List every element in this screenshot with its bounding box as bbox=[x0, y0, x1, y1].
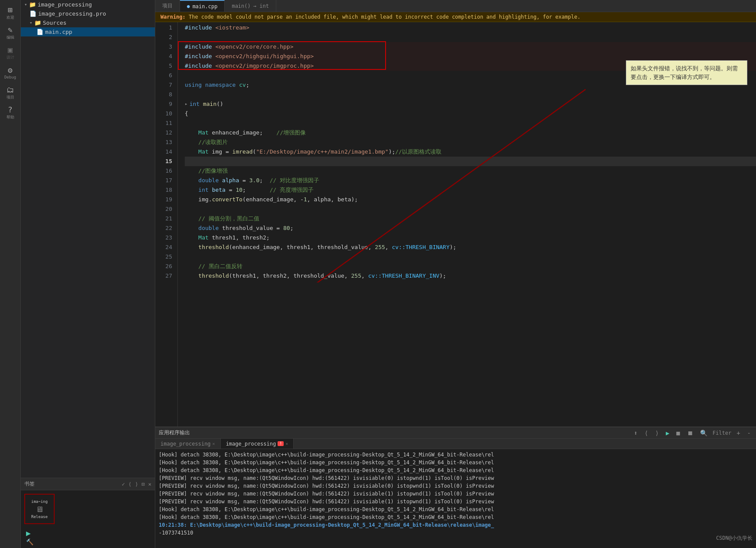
code-line-25 bbox=[185, 252, 756, 262]
sidebar-item-debug[interactable]: ⚙ Debug bbox=[1, 63, 20, 82]
tab-main-fn-suffix: → int bbox=[253, 3, 269, 9]
bookmarks-panel: 书签 ✓ ⟨ ⟩ ⊡ ✕ bbox=[21, 478, 155, 490]
build-panel[interactable]: ima~ing 🖥 Release bbox=[24, 494, 55, 524]
tree-item-sources[interactable]: ▾ 📁 Sources bbox=[21, 18, 155, 27]
output-next-icon[interactable]: ⟩ bbox=[653, 430, 660, 436]
code-line-4: #include <opencv2/highgui/highgui.hpp> bbox=[185, 52, 756, 61]
code-line-27: threshold(thresh1, thresh2, threshold_va… bbox=[185, 271, 756, 281]
code-line-15 bbox=[185, 157, 756, 166]
sidebar-icons: ⊞ 欢迎 ✎ 编辑 ▣ 设计 ⚙ Debug 🗂 项目 ? 帮助 bbox=[0, 0, 21, 548]
code-line-17: double alpha = 3.0; // 对比度增强因子 bbox=[185, 176, 756, 185]
run-play-button[interactable]: ▶ bbox=[26, 528, 150, 538]
main-file-name: main.cpp bbox=[45, 29, 72, 35]
sidebar-item-design[interactable]: ▣ 设计 bbox=[1, 43, 20, 62]
sidebar-item-edit[interactable]: ✎ 编辑 bbox=[1, 23, 20, 43]
edit-icon: ✎ bbox=[8, 26, 13, 34]
sidebar-label-project: 项目 bbox=[7, 95, 14, 100]
code-line-20 bbox=[185, 204, 756, 214]
tree-item-pro[interactable]: 📄 image_processing.pro bbox=[21, 9, 155, 18]
annotation-text: 如果头文件报错，说找不到，等问题。则需要点击，更换一下编译方式即可。 bbox=[631, 65, 738, 80]
chevron-down-icon: ▾ bbox=[24, 2, 27, 7]
build-panel-line2: Release bbox=[31, 515, 48, 519]
code-line-14: Mat img = imread("E:/Desktop/image/c++/m… bbox=[185, 147, 756, 157]
output-tab-2-label: image_processing bbox=[226, 441, 276, 447]
code-line-10: { bbox=[185, 109, 756, 118]
output-stop-icon[interactable]: ■ bbox=[674, 430, 681, 436]
output-line-6: [PREVIEW] recv window msg, name:(Qt5QWin… bbox=[159, 498, 753, 505]
tab-main-fn-label: main() bbox=[232, 3, 250, 9]
cpp-file-icon: 📄 bbox=[36, 29, 43, 35]
sidebar-label-edit: 编辑 bbox=[7, 35, 14, 40]
tab-main-cpp[interactable]: ● main.cpp bbox=[180, 0, 225, 12]
code-editor[interactable]: 1 2 3 4 5 6 7 8 9 10 11 12 13 14 15 16 1… bbox=[155, 22, 756, 427]
warning-label: Warning: bbox=[160, 14, 186, 20]
tab-project[interactable]: 项目 bbox=[155, 0, 180, 12]
tree-item-main[interactable]: 📄 main.cpp bbox=[21, 27, 155, 36]
pro-file-name: image_processing.pro bbox=[38, 10, 106, 17]
output-tab-1-label: image_processing bbox=[160, 441, 211, 447]
output-minus-icon[interactable]: - bbox=[746, 430, 753, 436]
sidebar-label-help: 帮助 bbox=[7, 115, 14, 120]
build-panel-monitor-icon: 🖥 bbox=[36, 505, 43, 514]
sidebar-item-project[interactable]: 🗂 项目 bbox=[1, 83, 20, 102]
output-line-0: [Hook] detach 38308, E:\Desktop\image\c+… bbox=[159, 451, 753, 459]
file-tree: ▾ 📁 image_processing 📄 image_processing.… bbox=[21, 0, 155, 478]
code-line-8 bbox=[185, 90, 756, 99]
code-line-3: #include <opencv2/core/core.hpp> bbox=[185, 42, 756, 52]
build-panel-line1: ima~ing bbox=[31, 499, 48, 504]
output-prev-icon[interactable]: ⟨ bbox=[643, 430, 650, 436]
project-name: image_processing bbox=[38, 1, 92, 8]
csdn-watermark: CSDN@小仇学长 bbox=[716, 534, 753, 542]
sidebar-item-welcome[interactable]: ⊞ 欢迎 bbox=[1, 3, 20, 23]
output-tab-2-error: ! bbox=[278, 441, 284, 446]
output-line-8: [Hook] detach 38308, E:\Desktop\image\c+… bbox=[159, 513, 753, 521]
code-line-9: ▸int main() bbox=[185, 99, 756, 109]
sources-folder-icon: 📁 bbox=[34, 20, 41, 26]
code-line-23: Mat thresh1, thresh2; bbox=[185, 233, 756, 243]
output-tab-2-close[interactable]: ✕ bbox=[285, 441, 288, 446]
output-line-last: -1073741510 bbox=[159, 529, 753, 537]
annotation-box: 如果头文件报错，说找不到，等问题。则需要点击，更换一下编译方式即可。 bbox=[626, 60, 747, 85]
tree-item-project[interactable]: ▾ 📁 image_processing bbox=[21, 0, 155, 9]
run-build-button[interactable]: 🔨 bbox=[26, 538, 150, 545]
bookmark-nav-next-icon[interactable]: ⟩ bbox=[135, 481, 138, 487]
project-folder-icon: 📁 bbox=[29, 1, 36, 8]
project-icon: 🗂 bbox=[7, 86, 14, 94]
output-play-icon[interactable]: ▶ bbox=[664, 430, 671, 436]
welcome-icon: ⊞ bbox=[8, 6, 13, 14]
code-line-11 bbox=[185, 118, 756, 128]
sidebar-item-help[interactable]: ? 帮助 bbox=[1, 103, 20, 122]
output-line-3: [PREVIEW] recv window msg, name:(Qt5QWin… bbox=[159, 474, 753, 482]
output-area: [Hook] detach 38308, E:\Desktop\image\c+… bbox=[155, 449, 756, 548]
search-icon[interactable]: 🔍 bbox=[698, 430, 709, 436]
output-tabs: image_processing ✕ image_processing ! ✕ bbox=[155, 439, 756, 449]
bookmark-nav-icon[interactable]: ⟨ bbox=[128, 481, 131, 487]
output-tab-1[interactable]: image_processing ✕ bbox=[155, 439, 221, 449]
filter-label: Filter bbox=[713, 430, 731, 436]
output-line-2: [Hook] detach 38308, E:\Desktop\image\c+… bbox=[159, 466, 753, 474]
sidebar-label-design: 设计 bbox=[7, 55, 14, 60]
code-line-18: int beta = 10; // 亮度增强因子 bbox=[185, 185, 756, 195]
output-tab-2[interactable]: image_processing ! ✕ bbox=[221, 439, 294, 449]
output-stop2-icon[interactable]: ⏹ bbox=[685, 430, 695, 436]
code-content[interactable]: 如果头文件报错，说找不到，等问题。则需要点击，更换一下编译方式即可。 #incl… bbox=[178, 22, 756, 427]
sidebar-label-welcome: 欢迎 bbox=[7, 15, 14, 20]
chevron-down-icon-sources: ▾ bbox=[29, 20, 33, 26]
bookmarks-label: 书签 bbox=[24, 480, 35, 488]
tab-main-cpp-label: main.cpp bbox=[193, 3, 218, 10]
tab-main-fn[interactable]: main() → int bbox=[225, 0, 276, 12]
bottom-area: 应用程序输出 ⬆ ⟨ ⟩ ▶ ■ ⏹ 🔍 Filter + - image_pr… bbox=[155, 427, 756, 548]
bookmark-options-icon[interactable]: ⊡ bbox=[142, 481, 145, 487]
output-toolbar-label: 应用程序输出 bbox=[159, 429, 190, 436]
tab-project-label: 项目 bbox=[162, 2, 173, 10]
debug-icon: ⚙ bbox=[8, 66, 13, 74]
output-upload-icon[interactable]: ⬆ bbox=[632, 430, 639, 436]
code-line-24: threshold(enhanced_image, thresh1, thres… bbox=[185, 243, 756, 252]
code-line-1: #include <iostream> bbox=[185, 23, 756, 33]
bookmark-check-icon[interactable]: ✓ bbox=[122, 481, 125, 487]
code-line-21: // 阈值分割，黑白二值 bbox=[185, 214, 756, 223]
output-add-icon[interactable]: + bbox=[735, 430, 742, 436]
bookmark-close-icon[interactable]: ✕ bbox=[148, 481, 151, 487]
output-tab-1-close[interactable]: ✕ bbox=[213, 441, 215, 446]
help-icon: ? bbox=[8, 106, 13, 114]
